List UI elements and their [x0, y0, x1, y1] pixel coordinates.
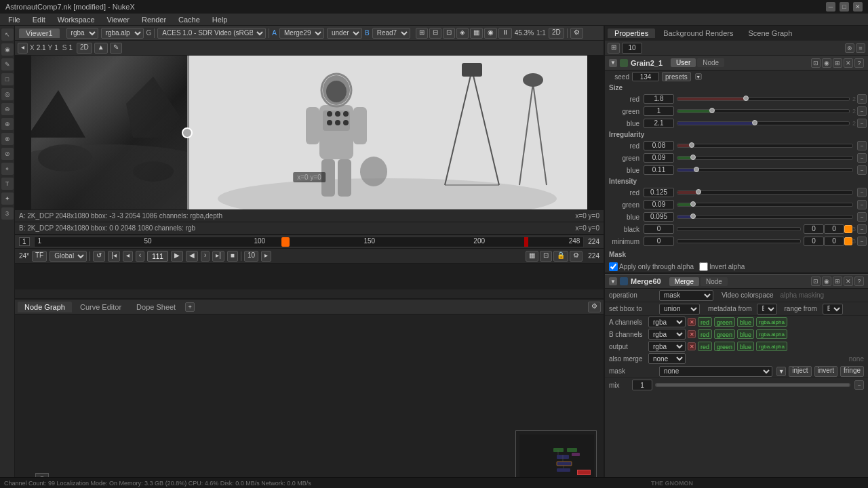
size-blue-slider[interactable] — [677, 121, 850, 125]
merge-tab-merge[interactable]: Merge — [669, 277, 699, 286]
menu-help[interactable]: Help — [207, 15, 233, 24]
color-btn[interactable]: ▲ — [94, 43, 108, 54]
out-ch-green[interactable]: green — [714, 342, 735, 351]
merge-icon2[interactable]: ◉ — [822, 277, 831, 286]
presets-dropdown[interactable]: ▼ — [695, 73, 702, 80]
seed-input[interactable] — [632, 72, 659, 81]
int-green-slider[interactable] — [677, 203, 853, 207]
grain-icon2[interactable]: ◉ — [822, 58, 831, 68]
grain-tab-user[interactable]: User — [671, 58, 696, 67]
tab-node-graph[interactable]: Node Graph — [18, 302, 72, 312]
timeline-content[interactable] — [15, 264, 604, 289]
b-ch-x[interactable]: ✕ — [688, 330, 696, 338]
fringe-btn[interactable]: fringe — [840, 366, 864, 377]
out-ch-x[interactable]: ✕ — [688, 342, 696, 350]
b-channels-select[interactable]: rgba — [648, 329, 686, 340]
loop-btn[interactable]: ↺ — [93, 251, 105, 262]
rp-tab-bg-renders[interactable]: Background Renders — [656, 28, 740, 38]
viewer-icon1[interactable]: ⊞ — [416, 28, 428, 39]
maximize-btn[interactable]: □ — [840, 2, 849, 12]
invert-alpha-check[interactable] — [699, 262, 708, 271]
step-right-btn[interactable]: ▸ — [261, 251, 271, 262]
size-red-curve[interactable]: ~ — [857, 94, 867, 104]
size-green-slider[interactable] — [677, 109, 850, 113]
int-green-curve[interactable]: ~ — [857, 200, 867, 209]
tf-btn[interactable]: TF — [32, 251, 47, 262]
mix-icon[interactable]: ~ — [854, 380, 864, 390]
a-channels-select[interactable]: rgba — [648, 317, 686, 327]
mask-check1[interactable]: Apply only through alpha — [609, 262, 694, 271]
b-ch-blue[interactable]: blue — [737, 329, 754, 339]
apply-through-alpha-check[interactable] — [609, 262, 618, 271]
menu-render[interactable]: Render — [136, 15, 172, 24]
out-ch-alpha[interactable]: rgba.alpha — [756, 342, 787, 351]
irr-green-curve[interactable]: ~ — [857, 153, 867, 163]
irr-red-curve[interactable]: ~ — [857, 141, 867, 150]
alpha-select[interactable]: rgba.alp — [101, 28, 144, 39]
tl-icon4[interactable]: ⚙ — [570, 251, 583, 262]
set-bbox-select[interactable]: union — [659, 304, 700, 314]
toolbar-track[interactable]: ⊕ — [1, 118, 14, 130]
merge-icon1[interactable]: ⊡ — [811, 277, 821, 286]
int-red-value[interactable]: 0.125 — [644, 188, 674, 197]
rp-toolbar-icon1[interactable]: ⊞ — [608, 43, 620, 54]
irr-red-slider[interactable] — [677, 144, 853, 148]
playhead-marker[interactable] — [281, 237, 290, 247]
prev-frame-btn[interactable]: ◂ — [123, 251, 133, 262]
toolbar-warp[interactable]: ⌖ — [1, 163, 14, 175]
int-blue-curve[interactable]: ~ — [857, 212, 867, 222]
merge-node-select[interactable]: Merge29 — [279, 28, 324, 39]
current-frame-btn[interactable]: 111 — [147, 251, 168, 262]
viewer-icon2[interactable]: ⊟ — [429, 28, 441, 39]
mini-navigator[interactable] — [515, 430, 597, 481]
merge-tab-node[interactable]: Node — [701, 277, 728, 286]
tl-icon1[interactable]: ▦ — [526, 251, 538, 262]
operation-select[interactable]: mask — [659, 290, 713, 301]
menu-workspace[interactable]: Workspace — [52, 15, 100, 24]
toolbar-viewer[interactable]: ◉ — [1, 43, 14, 56]
first-frame-btn[interactable]: |◂ — [108, 251, 120, 262]
timeline-ruler[interactable]: 1 50 100 150 200 248 — [34, 237, 585, 247]
grain-icon1[interactable]: ⊡ — [811, 58, 821, 68]
mix-input[interactable] — [632, 380, 652, 390]
step-fwd-btn[interactable]: › — [201, 251, 210, 262]
tl-icon2[interactable]: ⊡ — [540, 251, 552, 262]
int-min-slider[interactable] — [677, 239, 801, 243]
int-min-icon[interactable]: ~ — [857, 237, 867, 246]
rp-icon-stack[interactable]: ≡ — [856, 43, 865, 53]
rp-number-input[interactable]: 10 — [622, 43, 642, 54]
minimize-btn[interactable]: ─ — [826, 2, 835, 12]
wipe-handle[interactable] — [182, 127, 193, 138]
bottom-tab-icon[interactable]: + — [185, 302, 195, 312]
int-black-slider[interactable] — [677, 227, 801, 231]
mix-slider[interactable] — [655, 383, 850, 387]
viewer-icon4[interactable]: ◈ — [456, 28, 469, 39]
inject-btn[interactable]: inject — [789, 366, 811, 377]
toolbar-shapes[interactable]: □ — [1, 73, 14, 85]
viewer-icon3[interactable]: ⊡ — [443, 28, 455, 39]
menu-file[interactable]: File — [3, 15, 26, 24]
int-green-value[interactable]: 0.09 — [644, 200, 674, 209]
irr-red-value[interactable]: 0.08 — [644, 141, 674, 150]
rp-tab-scene-graph[interactable]: Scene Graph — [741, 28, 799, 38]
size-green-curve[interactable]: ~ — [857, 106, 867, 116]
irr-blue-value[interactable]: 0.11 — [644, 165, 674, 175]
tl-icon3[interactable]: 🔒 — [553, 251, 568, 262]
invert-btn[interactable]: invert — [814, 366, 837, 377]
view-mode-btn[interactable]: 2D — [549, 28, 564, 39]
last-frame-btn[interactable]: ▸| — [212, 251, 224, 262]
int-min-v2[interactable]: 0 — [804, 237, 824, 246]
close-btn[interactable]: ✕ — [853, 2, 863, 12]
viewer-icon6[interactable]: ◉ — [484, 28, 497, 39]
viewer-settings-btn[interactable]: ⚙ — [570, 28, 583, 39]
b-ch-green[interactable]: green — [714, 329, 735, 339]
a-ch-red[interactable]: red — [698, 317, 712, 327]
pan-btn[interactable]: 2D — [77, 43, 92, 54]
tab-dope-sheet[interactable]: Dope Sheet — [130, 302, 182, 312]
pencil-btn[interactable]: ✎ — [110, 43, 122, 54]
mask-select[interactable]: none — [659, 366, 772, 377]
merge-icon4[interactable]: ✕ — [844, 277, 853, 286]
toolbar-pointer[interactable]: ↖ — [1, 28, 14, 41]
grain-icon3[interactable]: ⊞ — [833, 58, 842, 68]
black-color-swatch[interactable] — [844, 225, 852, 233]
